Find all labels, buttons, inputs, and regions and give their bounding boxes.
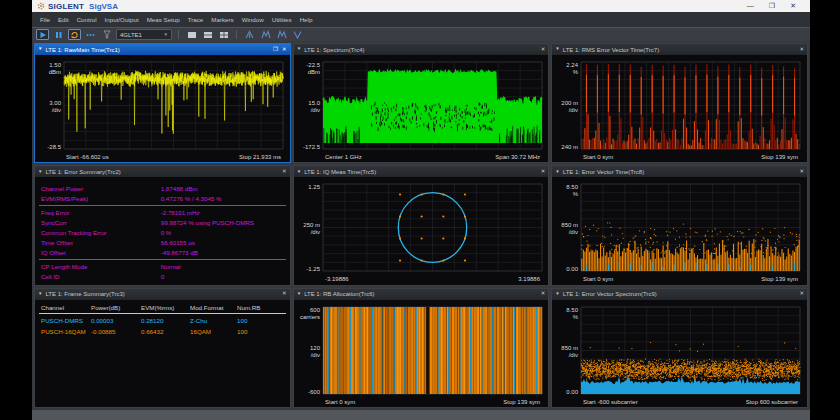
menu-help[interactable]: Help [296, 16, 317, 23]
maximize-button[interactable]: ❐ [769, 0, 775, 12]
panel-titlebar[interactable]: ▼ LTE 1: Spectrum(Trc4) ✕ [294, 44, 549, 55]
panel-menu-icon[interactable]: ▼ [555, 292, 559, 297]
panel-buttons[interactable]: ✕ [799, 47, 804, 53]
summary-divider [39, 205, 286, 206]
svg-text:Stop 600 subcarrier: Stop 600 subcarrier [746, 398, 798, 404]
summary-label: Freq Error [41, 209, 161, 216]
menu-meas-setup[interactable]: Meas Setup [143, 16, 184, 23]
panel-close-icon[interactable]: ✕ [799, 47, 804, 53]
close-button[interactable]: ✕ [790, 0, 796, 12]
svg-text:/div: /div [52, 107, 61, 113]
panel-titlebar[interactable]: ▼ LTE 1: Error Summary(Trc2) ✕ [35, 166, 290, 177]
panel-title: LTE 1: IQ Meas Time(Trc5) [304, 169, 376, 175]
svg-text:3.00: 3.00 [49, 100, 61, 106]
table-cell: 100 [237, 317, 247, 324]
panel-menu-icon[interactable]: ▼ [297, 47, 301, 52]
siglent-logo-icon [37, 2, 45, 10]
menu-window[interactable]: Window [238, 16, 268, 23]
menu-trace[interactable]: Trace [184, 16, 208, 23]
panel-titlebar[interactable]: ▼ LTE 1: RB Allocation(Trc6) ✕ [294, 289, 549, 300]
panel-close-icon[interactable]: ✕ [541, 169, 546, 175]
panel-titlebar[interactable]: ▼ LTE 1: Frame Summary(Trc3) ✕ [35, 289, 290, 300]
panel-buttons[interactable]: ✕ [541, 291, 546, 297]
panel-titlebar[interactable]: ▼ LTE 1: RMS Error Vector Time(Trc7) ✕ [552, 44, 807, 55]
menu-file[interactable]: File [36, 16, 54, 23]
panel-buttons[interactable]: ✕ [282, 169, 287, 175]
marker-next-peak-icon [261, 30, 271, 39]
panel-close-icon[interactable]: ✕ [541, 291, 546, 297]
pause-button[interactable] [52, 29, 65, 40]
marker-min-icon [293, 30, 302, 39]
menubar: FileEditControlInput/OutputMeas SetupTra… [32, 12, 810, 27]
svg-text:0.00: 0.00 [567, 389, 579, 395]
measurement-select[interactable]: 4GLTE1 ▼ [116, 29, 172, 40]
chart-rms-evt: 2.24%200 m/div240 mStart 0 symStop 139 s… [552, 55, 807, 162]
marker-left-peak-button[interactable] [275, 29, 288, 40]
summary-value: 0 [161, 273, 164, 280]
marker-peak-button[interactable] [243, 29, 256, 40]
summary-label: Channel Power [41, 185, 161, 192]
panel-menu-icon[interactable]: ▼ [555, 170, 559, 175]
panel-close-icon[interactable]: ✕ [799, 169, 804, 175]
panel-menu-icon[interactable]: ▼ [38, 47, 42, 52]
panel-close-icon[interactable]: ✕ [282, 169, 287, 175]
panel-titlebar[interactable]: ▼ LTE 1: IQ Meas Time(Trc5) ✕ [294, 166, 549, 177]
marker-peak-icon [245, 30, 254, 39]
svg-text:Stop 21.933 ms: Stop 21.933 ms [239, 154, 281, 160]
panel-buttons[interactable]: ✕ [799, 169, 804, 175]
marker-min-button[interactable] [291, 29, 304, 40]
panel-menu-icon[interactable]: ▼ [38, 292, 42, 297]
table-header: Num.RB [237, 304, 260, 311]
panel-buttons[interactable]: ❐✕ [273, 47, 287, 53]
table-cell: 16QAM [190, 328, 211, 335]
pause-icon [55, 31, 62, 39]
summary-row: Channel Power1.87488 dBm [35, 183, 290, 193]
svg-text:850 m: 850 m [562, 222, 579, 228]
filter-button[interactable] [100, 29, 113, 40]
layout-split-button[interactable] [201, 29, 214, 40]
table-cell: -0.00885 [91, 328, 115, 335]
summary-label: CP Length Mode [41, 263, 161, 270]
menu-utilities[interactable]: Utilities [268, 16, 296, 23]
panel-restore-icon[interactable]: ❐ [273, 47, 278, 53]
panel-menu-icon[interactable]: ▼ [297, 170, 301, 175]
menu-markers[interactable]: Markers [207, 16, 237, 23]
chart-rb: 600carriers120/div-600Start 0 symStop 13… [294, 300, 549, 407]
summary-row: Freq Error-2.78101 mHz [35, 207, 290, 217]
panel-close-icon[interactable]: ✕ [541, 47, 546, 53]
panel-buttons[interactable]: ✕ [541, 169, 546, 175]
panel-menu-icon[interactable]: ▼ [555, 47, 559, 52]
svg-text:Start 0 sym: Start 0 sym [583, 154, 613, 160]
svg-text:1.50: 1.50 [49, 62, 61, 68]
svg-text:-1.25: -1.25 [306, 266, 320, 272]
table-header: Mod.Format [190, 304, 223, 311]
panel-titlebar[interactable]: ▼ LTE 1: Error Vector Time(Trc8) ✕ [552, 166, 807, 177]
panel-titlebar[interactable]: ▼ LTE 1: RawMain Time(Trc1) ❐✕ [35, 44, 290, 55]
layout-single-button[interactable] [185, 29, 198, 40]
menu-control[interactable]: Control [73, 16, 101, 23]
svg-text:-28.5: -28.5 [47, 144, 61, 150]
play-button[interactable] [36, 29, 49, 40]
svg-text:240 m: 240 m [562, 144, 579, 150]
panel-close-icon[interactable]: ✕ [282, 47, 287, 53]
panel-body: 1.50dBm3.00/div-28.5Start -66.602 usStop… [35, 55, 290, 162]
menu-input-output[interactable]: Input/Output [101, 16, 143, 23]
summary-label: EVM(RMS/Peak) [41, 195, 161, 202]
panel-buttons[interactable]: ✕ [799, 291, 804, 297]
menu-edit[interactable]: Edit [54, 16, 73, 23]
panel-menu-icon[interactable]: ▼ [38, 170, 42, 175]
single-button[interactable] [84, 29, 97, 40]
minimize-button[interactable]: — [747, 0, 754, 12]
panel-close-icon[interactable]: ✕ [282, 291, 287, 297]
summary-value: 1.87488 dBm [161, 185, 198, 192]
panel-buttons[interactable]: ✕ [282, 291, 287, 297]
marker-next-peak-button[interactable] [259, 29, 272, 40]
continuous-button[interactable] [68, 29, 81, 40]
svg-text:dBm: dBm [307, 69, 319, 75]
panel-titlebar[interactable]: ▼ LTE 1: Error Vector Spectrum(Trc9) ✕ [552, 289, 807, 300]
panel-rawmain-time: ▼ LTE 1: RawMain Time(Trc1) ❐✕ 1.50dBm3.… [34, 43, 291, 163]
panel-close-icon[interactable]: ✕ [799, 291, 804, 297]
layout-grid-button[interactable] [217, 29, 230, 40]
panel-menu-icon[interactable]: ▼ [297, 292, 301, 297]
panel-buttons[interactable]: ✕ [541, 47, 546, 53]
